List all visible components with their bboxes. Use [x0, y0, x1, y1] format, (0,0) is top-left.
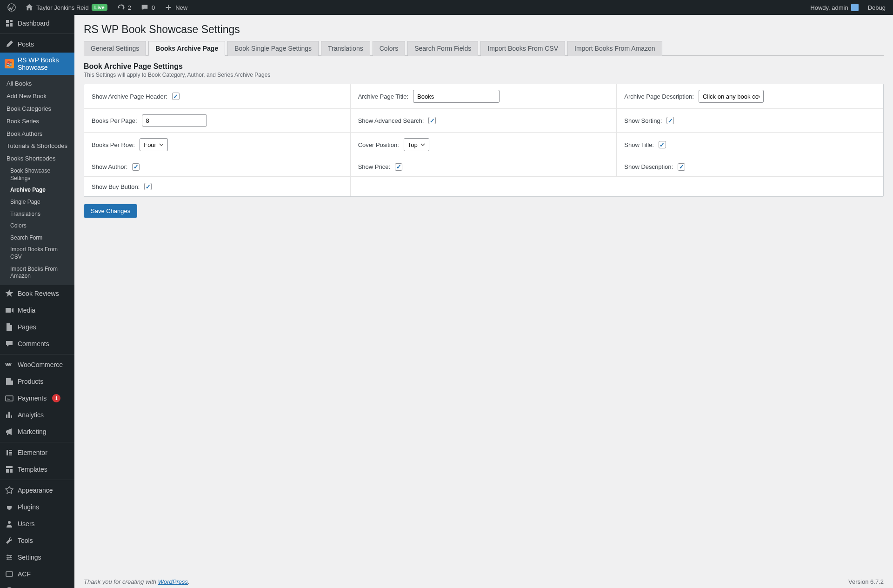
wp-logo[interactable] [4, 0, 20, 15]
sub-archive-page[interactable]: Archive Page [0, 184, 74, 196]
payments-badge: 1 [52, 394, 60, 402]
menu-appearance[interactable]: Appearance [0, 482, 74, 499]
menu-users[interactable]: Users [0, 515, 74, 532]
checkbox-adv-search[interactable] [428, 117, 436, 124]
menu-woocommerce[interactable]: WooCommerce [0, 356, 74, 373]
tab-general[interactable]: General Settings [84, 41, 146, 56]
menu-book-reviews[interactable]: Book Reviews [0, 285, 74, 302]
sub-series[interactable]: Book Series [0, 115, 74, 128]
sub-single-page[interactable]: Single Page [0, 196, 74, 208]
svg-rect-5 [9, 454, 12, 455]
setting-per-row: Books Per Row: Four [84, 133, 351, 157]
menu-mc4wp[interactable]: MC4WP [0, 582, 74, 588]
menu-pages[interactable]: Pages [0, 319, 74, 335]
avatar [851, 4, 859, 11]
menu-comments[interactable]: Comments [0, 335, 74, 352]
menu-settings[interactable]: Settings [0, 549, 74, 566]
sub-authors[interactable]: Book Authors [0, 128, 74, 140]
page-title: RS WP Book Showcase Settings [84, 15, 884, 40]
comments-count: 0 [152, 4, 155, 11]
live-badge: Live [92, 4, 107, 11]
save-button[interactable]: Save Changes [84, 204, 137, 218]
section-title: Book Archive Page Settings [84, 62, 884, 71]
sub-all-books[interactable]: All Books [0, 78, 74, 90]
select-cover-pos[interactable]: Top [404, 138, 429, 151]
checkbox-show-price[interactable] [395, 163, 402, 171]
menu-templates[interactable]: Templates [0, 461, 74, 478]
setting-page-desc: Archive Page Description: [617, 84, 883, 109]
checkbox-show-header[interactable] [172, 93, 180, 100]
sub-showcase-settings[interactable]: Book Showcase Settings [0, 165, 74, 184]
sub-search-form[interactable]: Search Form [0, 232, 74, 244]
svg-rect-1 [6, 396, 13, 401]
svg-rect-7 [6, 572, 13, 576]
setting-per-page: Books Per Page: [84, 109, 351, 133]
checkbox-show-author[interactable] [132, 163, 140, 171]
menu-acf[interactable]: ACF [0, 566, 74, 582]
new-link[interactable]: New [160, 0, 191, 15]
menu-plugins[interactable]: Plugins [0, 499, 74, 515]
checkbox-show-buy[interactable] [144, 183, 152, 190]
svg-rect-4 [9, 452, 12, 454]
checkbox-sorting[interactable] [666, 117, 674, 124]
plus-icon [164, 3, 173, 12]
debug-link[interactable]: Debug [864, 0, 889, 15]
menu-products[interactable]: Products [0, 373, 74, 390]
setting-show-buy: Show Buy Button: [84, 177, 351, 196]
sub-import-csv[interactable]: Import Books From CSV [0, 244, 74, 263]
svg-point-6 [8, 521, 11, 524]
tab-colors[interactable]: Colors [373, 41, 405, 56]
nav-tabs: General Settings Books Archive Page Book… [84, 40, 884, 56]
tab-archive[interactable]: Books Archive Page [148, 41, 225, 56]
tab-single[interactable]: Book Single Page Settings [227, 41, 319, 56]
svg-rect-2 [7, 450, 8, 455]
books-icon: 📚 [5, 59, 14, 68]
sub-colors[interactable]: Colors [0, 220, 74, 232]
comments-link[interactable]: 0 [137, 0, 159, 15]
home-icon [25, 3, 33, 12]
menu-dashboard[interactable]: Dashboard [0, 15, 74, 32]
admin-menu: Dashboard Posts 📚RS WP Books Showcase Al… [0, 15, 74, 588]
input-per-page[interactable] [142, 114, 207, 127]
sub-categories[interactable]: Book Categories [0, 103, 74, 115]
setting-show-author: Show Author: [84, 157, 351, 177]
checkbox-show-desc[interactable] [678, 163, 685, 171]
submenu-books: All Books Add New Book Book Categories B… [0, 75, 74, 285]
menu-analytics[interactable]: Analytics [0, 407, 74, 423]
input-page-desc[interactable] [699, 90, 764, 103]
menu-marketing[interactable]: Marketing [0, 423, 74, 440]
menu-posts[interactable]: Posts [0, 36, 74, 53]
wordpress-link[interactable]: WordPress [158, 578, 188, 585]
setting-show-title: Show Title: [617, 133, 883, 157]
tab-search-fields[interactable]: Search Form Fields [407, 41, 478, 56]
menu-payments[interactable]: Payments1 [0, 390, 74, 407]
sub-tutorials[interactable]: Tutorials & Shortcodes [0, 140, 74, 153]
updates-link[interactable]: 2 [113, 0, 135, 15]
tab-import-csv[interactable]: Import Books From CSV [480, 41, 565, 56]
sub-translations[interactable]: Translations [0, 208, 74, 220]
howdy-link[interactable]: Howdy, admin [806, 0, 862, 15]
tab-translations[interactable]: Translations [321, 41, 370, 56]
sub-shortcodes[interactable]: Books Shortcodes [0, 153, 74, 165]
svg-rect-3 [9, 450, 12, 451]
site-name: Taylor Jenkins Reid [36, 4, 89, 11]
menu-tools[interactable]: Tools [0, 532, 74, 549]
sub-import-amazon[interactable]: Import Books From Amazon [0, 263, 74, 282]
sub-add-new[interactable]: Add New Book [0, 90, 74, 103]
select-per-row[interactable]: Four [140, 138, 168, 151]
input-page-title[interactable] [413, 90, 500, 103]
main-content: RS WP Book Showcase Settings General Set… [74, 15, 893, 588]
setting-show-header: Show Archive Page Header: [84, 84, 351, 109]
site-name-link[interactable]: Taylor Jenkins Reid Live [21, 0, 111, 15]
version-label: Version 6.7.2 [848, 578, 884, 585]
admin-bar: Taylor Jenkins Reid Live 2 0 New Howdy, … [0, 0, 893, 15]
comment-icon [140, 3, 149, 12]
setting-show-desc: Show Description: [617, 157, 883, 177]
menu-elementor[interactable]: Elementor [0, 444, 74, 461]
tab-import-amazon[interactable]: Import Books From Amazon [567, 41, 662, 56]
setting-sorting: Show Sorting: [617, 109, 883, 133]
checkbox-show-title[interactable] [659, 141, 666, 148]
menu-media[interactable]: Media [0, 302, 74, 319]
menu-books-showcase[interactable]: 📚RS WP Books Showcase [0, 53, 74, 75]
new-label: New [175, 4, 187, 11]
